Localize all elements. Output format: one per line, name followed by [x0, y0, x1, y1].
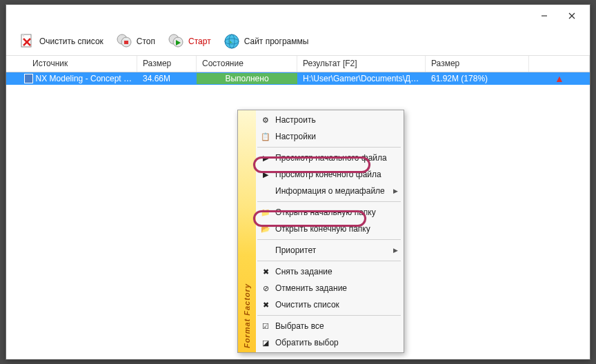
- gutter-label: Format Factory: [243, 283, 251, 348]
- menu-separator: [257, 147, 401, 148]
- row-result: H:\User\Gamer\Documents\До…: [297, 73, 426, 84]
- menu-select-all[interactable]: ☑ Выбрать все: [256, 318, 404, 334]
- context-menu: Format Factory ⚙ Настроить 📋 Настройки ▶…: [237, 110, 404, 353]
- menu-view-output-file[interactable]: ▶ Просмотр конечного файла: [256, 166, 404, 183]
- start-label: Старт: [188, 37, 211, 46]
- menu-invert-selection[interactable]: ◪ Обратить выбор: [256, 334, 404, 351]
- clear-list-label: Очистить список: [39, 37, 103, 46]
- cancel-icon: ⊘: [260, 283, 271, 294]
- col-size[interactable]: Размер: [137, 56, 197, 72]
- start-button[interactable]: Старт: [162, 29, 215, 54]
- menu-open-output-folder[interactable]: 📂 Открыть конечную папку: [256, 221, 404, 237]
- menu-settings[interactable]: 📋 Настройки: [256, 128, 404, 145]
- row-arrow: ▲: [529, 72, 590, 85]
- file-play-icon: ▶: [260, 152, 271, 163]
- menu-view-source-file[interactable]: ▶ Просмотр начального файла: [256, 150, 404, 166]
- site-label: Сайт программы: [244, 37, 309, 46]
- folder-open-icon: 📂: [260, 223, 271, 234]
- menu-configure[interactable]: ⚙ Настроить: [256, 112, 404, 128]
- stop-button[interactable]: Стоп: [110, 29, 159, 54]
- menu-priority[interactable]: Приоритет ▶: [256, 242, 404, 259]
- svg-rect-9: [124, 41, 128, 44]
- remove-icon: ✖: [260, 266, 271, 277]
- menu-open-source-folder[interactable]: 📁 Открыть начальную папку: [256, 204, 404, 221]
- clear-list-button[interactable]: Очистить список: [13, 29, 108, 54]
- file-icon: [24, 74, 33, 83]
- menu-cancel-task[interactable]: ⊘ Отменить задание: [256, 280, 404, 296]
- stop-icon: [115, 32, 134, 51]
- menu-separator: [257, 315, 401, 316]
- site-button[interactable]: Сайт программы: [218, 29, 313, 54]
- chevron-right-icon: ▶: [393, 247, 398, 254]
- invert-icon: ◪: [260, 337, 271, 348]
- col-result[interactable]: Результат [F2]: [297, 56, 426, 72]
- menu-clear-list[interactable]: ✖ Очистить список: [256, 296, 404, 313]
- row-size: 34.66M: [137, 73, 197, 84]
- up-arrow-icon: ▲: [555, 73, 564, 84]
- select-all-icon: ☑: [260, 321, 271, 332]
- row-source: NX Modeling - Concept …: [36, 74, 132, 83]
- menu-items: ⚙ Настроить 📋 Настройки ▶ Просмотр начал…: [256, 110, 404, 352]
- close-button[interactable]: [559, 8, 584, 24]
- row-status: Выполнено: [197, 73, 297, 84]
- col-size2[interactable]: Размер: [426, 56, 529, 72]
- clear-icon: ✖: [260, 299, 271, 310]
- clear-icon: [17, 32, 37, 51]
- blank-icon: [260, 245, 271, 256]
- chevron-right-icon: ▶: [393, 188, 398, 194]
- app-window: Очистить список Стоп Старт: [6, 4, 590, 360]
- row-size2: 61.92M (178%): [426, 73, 529, 84]
- titlebar: [6, 5, 590, 27]
- start-icon: [166, 32, 186, 51]
- col-source[interactable]: Источник: [6, 56, 137, 72]
- table-header: Источник Размер Состояние Результат [F2]…: [6, 56, 590, 72]
- svg-point-13: [225, 34, 239, 48]
- menu-media-info[interactable]: Информация о медиафайле ▶: [256, 183, 404, 199]
- folder-icon: 📁: [260, 207, 271, 218]
- col-status[interactable]: Состояние: [197, 56, 297, 72]
- menu-separator: [257, 239, 401, 240]
- minimize-button[interactable]: [532, 8, 557, 24]
- col-extra[interactable]: [529, 56, 590, 72]
- stop-label: Стоп: [137, 37, 155, 46]
- menu-gutter: Format Factory: [238, 110, 256, 352]
- globe-icon: [222, 32, 241, 51]
- toolbar: Очистить список Стоп Старт: [6, 27, 590, 56]
- gear-icon: ⚙: [260, 114, 271, 125]
- menu-separator: [257, 261, 401, 261]
- menu-remove-task[interactable]: ✖ Снять задание: [256, 263, 404, 280]
- info-icon: [260, 185, 271, 196]
- file-play-icon: ▶: [260, 169, 271, 180]
- settings-icon: 📋: [260, 131, 271, 142]
- menu-separator: [257, 201, 401, 202]
- table-row[interactable]: NX Modeling - Concept … 34.66M Выполнено…: [6, 72, 590, 85]
